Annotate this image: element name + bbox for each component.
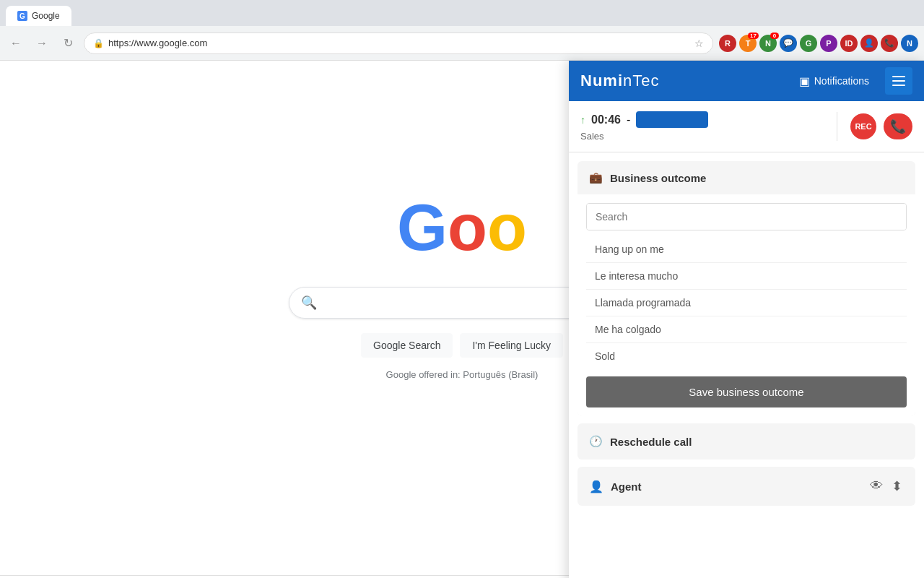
ext-icon-5[interactable]: G [800,35,817,52]
menu-line-1 [892,76,905,77]
numintec-panel: NuminTec ▣ Notifications ↑ 00:46 - [569,61,924,578]
outcome-item-2[interactable]: Le interesa mucho [586,263,907,290]
outcome-item-4[interactable]: Me ha colgado [586,316,907,343]
outcome-item-1[interactable]: Hang up on me [586,236,907,263]
browser-tab[interactable]: G Google [6,6,71,26]
reschedule-call-section[interactable]: 🕐 Reschedule call [578,423,915,460]
feeling-lucky-button[interactable]: I'm Feeling Lucky [460,333,563,358]
agent-label: Agent [611,480,861,493]
call-separator: - [627,113,630,126]
call-divider [837,112,837,141]
business-outcome-icon: 💼 [589,171,603,184]
numintec-logo-thin: nTec [623,72,659,90]
ext-icon-7[interactable]: ID [840,35,858,52]
bookmark-icon[interactable]: ☆ [694,38,704,49]
browser-chrome: ← → ↻ 🔒 https://www.google.com ☆ R T 17 … [0,26,924,61]
hangup-button[interactable]: 📞 [884,113,912,139]
reschedule-title: Reschedule call [610,436,692,448]
outcome-search-input[interactable] [587,204,906,230]
agent-icon: 👤 [589,480,603,493]
search-input-icon: 🔍 [301,295,317,311]
ext-badge-2: 17 [748,33,759,39]
ext-icon-6[interactable]: P [820,35,837,52]
outcome-item-5[interactable]: Sold [586,343,907,369]
ext-icon-3[interactable]: N 0 [759,35,777,52]
caller-id-box [636,111,708,128]
numintec-header: NuminTec ▣ Notifications [569,61,924,101]
google-logo: G o o [397,191,527,265]
call-timer: 00:46 [591,113,621,126]
tab-favicon: G [17,11,27,21]
logo-g: G [397,191,448,265]
lock-icon: 🔒 [93,38,104,48]
tab-bar: G Google [0,0,924,26]
ext-icon-4[interactable]: 💬 [780,35,797,52]
ext-icon-8[interactable]: 👤 [860,35,878,52]
hangup-icon: 📞 [890,118,906,134]
google-offered-text: Google offered in: Português (Brasil) [386,369,539,380]
notifications-icon: ▣ [799,74,810,88]
save-business-outcome-button[interactable]: Save business outcome [586,376,907,407]
business-outcome-header[interactable]: 💼 Business outcome [578,161,915,194]
call-direction-icon: ↑ [580,114,585,126]
notifications-button[interactable]: ▣ Notifications [792,70,876,92]
business-outcome-body: Hang up on me Le interesa mucho Llamada … [578,194,915,416]
ext-icon-10[interactable]: N [901,35,918,52]
call-bar: ↑ 00:46 - Sales REC 📞 [569,101,924,152]
record-button[interactable]: REC [850,113,876,139]
hamburger-menu-button[interactable] [885,67,912,95]
business-outcome-section: 💼 Business outcome Hang up on me Le inte… [578,161,915,416]
call-queue: Sales [580,131,824,142]
reload-button[interactable]: ↻ [58,33,78,53]
ext-icon-1[interactable]: R [719,35,736,52]
ext-icon-9[interactable]: 📞 [881,35,898,52]
back-button[interactable]: ← [6,33,26,53]
menu-line-3 [892,85,905,86]
reschedule-icon: 🕐 [589,435,603,448]
agent-expand-icon[interactable]: ⬍ [890,477,904,496]
ext-icon-2[interactable]: T 17 [739,35,757,52]
call-info: ↑ 00:46 - Sales [580,111,824,142]
agent-action-icons: 👁 ⬍ [868,477,904,496]
agent-eye-icon[interactable]: 👁 [868,477,884,496]
panel-content: 💼 Business outcome Hang up on me Le inte… [569,152,924,578]
google-search-buttons: Google Search I'm Feeling Lucky [361,333,563,358]
extension-icons: R T 17 N 0 💬 G P ID 👤 📞 N [719,35,918,52]
outcome-item-3[interactable]: Llamada programada [586,290,907,316]
call-actions: REC 📞 [850,113,912,139]
menu-line-2 [892,80,905,82]
business-outcome-title: Business outcome [610,172,706,184]
ext-badge-3: 0 [770,33,779,39]
notifications-label: Notifications [814,75,869,87]
outcome-list: Hang up on me Le interesa mucho Llamada … [586,236,907,369]
tab-title: Google [32,11,60,21]
url-text: https://www.google.com [108,38,207,48]
google-search-button[interactable]: Google Search [361,333,453,358]
numintec-logo: NuminTec [580,72,783,90]
forward-button[interactable]: → [32,33,52,53]
main-content: G o o 🔍 Google Search I'm Feeling Lucky … [0,61,924,578]
outcome-search-wrapper [586,203,907,230]
call-top-row: ↑ 00:46 - [580,111,824,128]
address-bar[interactable]: 🔒 https://www.google.com ☆ [84,33,713,54]
agent-section: 👤 Agent 👁 ⬍ [578,467,915,506]
logo-o1: o [448,191,487,265]
logo-o2: o [487,191,527,265]
